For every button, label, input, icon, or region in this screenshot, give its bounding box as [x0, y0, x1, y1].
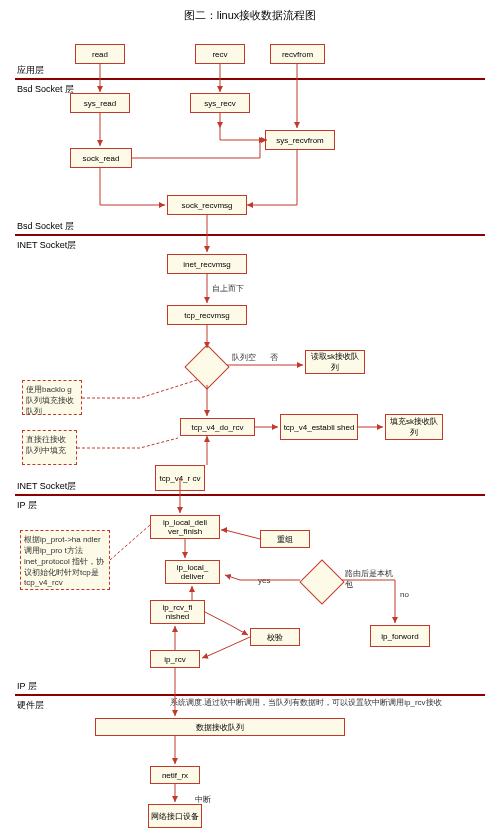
node-sys-recvfrom: sys_recvfrom — [265, 130, 335, 150]
line-ip2 — [15, 694, 485, 696]
node-sys-recv: sys_recv — [190, 93, 250, 113]
node-checksum: 校验 — [250, 628, 300, 646]
note-backlog: 使用backlo g队列填充接收队列 — [22, 380, 82, 415]
node-sock-recvmsg: sock_recvmsg — [167, 195, 247, 215]
node-tcp-v4-established: tcp_v4_establi shed — [280, 414, 358, 440]
label-topdown: 自上而下 — [212, 283, 244, 294]
line-inet2 — [15, 494, 485, 496]
node-inet-recvmsg: inet_recvmsg — [167, 254, 247, 274]
node-ip-local-deliver: ip_local_ deliver — [165, 560, 220, 584]
node-ip-local-deliver-finish: ip_local_deli ver_finish — [150, 515, 220, 539]
node-fill-sk-queue: 填充sk接收队列 — [385, 414, 443, 440]
node-sock-read: sock_read — [70, 148, 132, 168]
layer-inet2: INET Socket层 — [17, 480, 76, 493]
label-no2: no — [400, 590, 409, 599]
layer-hw: 硬件层 — [17, 699, 44, 712]
layer-app: 应用层 — [17, 64, 44, 77]
node-recvfrom: recvfrom — [270, 44, 325, 64]
node-netif-rx: netif_rx — [150, 766, 200, 784]
diagram-title: 图二：linux接收数据流程图 — [0, 0, 500, 23]
note-direct-fill: 直接往接收队列中填充 — [22, 430, 77, 465]
node-recv: recv — [195, 44, 245, 64]
node-tcp-recvmsg: tcp_recvmsg — [167, 305, 247, 325]
layer-ip2: IP 层 — [17, 680, 37, 693]
node-read: read — [75, 44, 125, 64]
node-sys-read: sys_read — [70, 93, 130, 113]
line-app — [15, 78, 485, 80]
layer-ip1: IP 层 — [17, 499, 37, 512]
node-reassemble: 重组 — [260, 530, 310, 548]
layer-bsd1: Bsd Socket 层 — [17, 83, 74, 96]
diamond-queue-empty — [185, 345, 227, 387]
node-ip-rcv: ip_rcv — [150, 650, 200, 668]
node-tcp-v4-rcv: tcp_v4_r cv — [155, 465, 205, 491]
label-yes: yes — [258, 576, 270, 585]
diamond-route-local — [300, 560, 342, 602]
note-ip-prot: 根据ip_prot->ha ndler调用ip_pro t方法inet_prot… — [20, 530, 110, 590]
node-read-sk-queue: 读取sk接收队列 — [305, 350, 365, 374]
label-softirq: 系统调度.通过软中断调用，当队列有数据时，可以设置软中断调用ip_rcv接收 — [170, 697, 455, 708]
node-nic: 网络接口设备 — [148, 804, 202, 828]
node-data-recv-queue: 数据接收队列 — [95, 718, 345, 736]
line-bsd2 — [15, 234, 485, 236]
label-queue-empty: 队列空 — [232, 352, 256, 363]
label-route-local: 路由后是本机包 — [345, 568, 400, 590]
layer-inet1: INET Socket层 — [17, 239, 76, 252]
node-tcp-v4-do-rcv: tcp_v4_do_rcv — [180, 418, 255, 436]
layer-bsd2: Bsd Socket 层 — [17, 220, 74, 233]
node-ip-forword: ip_forword — [370, 625, 430, 647]
label-no1: 否 — [270, 352, 278, 363]
node-ip-rcv-finished: ip_rcv_fi nished — [150, 600, 205, 624]
